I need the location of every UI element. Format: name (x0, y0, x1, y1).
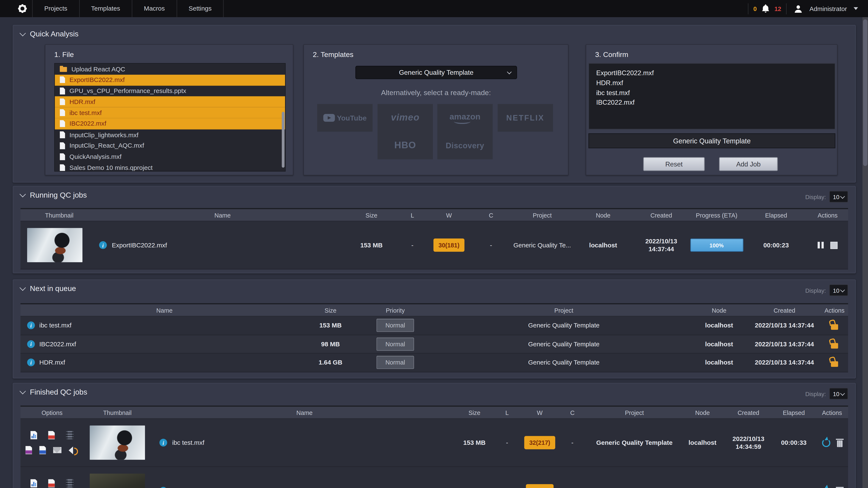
file-icon (60, 142, 65, 149)
chevron-down-icon[interactable] (854, 7, 858, 12)
file-list-scrollbar[interactable] (282, 112, 285, 168)
youtube-play-icon (323, 114, 335, 122)
delete-icon[interactable] (837, 440, 842, 447)
chevron-down-icon (840, 391, 845, 395)
info-icon[interactable] (159, 487, 167, 488)
info-icon[interactable] (27, 359, 35, 366)
file-name: InputClip_lightworks.mxf (69, 132, 138, 138)
confirm-template-bar: Generic Quality Template (588, 133, 835, 149)
file-list-item[interactable]: ibc test.mxf (55, 107, 285, 119)
display-count-select[interactable]: 10 (829, 191, 848, 202)
reset-button[interactable]: Reset (643, 157, 705, 171)
file-list-item[interactable]: ExportIBC2022.mxf (55, 74, 285, 86)
file-list-item[interactable]: QuickAnalysis.mxf (55, 151, 285, 162)
file-list-item[interactable]: Upload React AQC (55, 64, 285, 74)
nav-templates[interactable]: Templates (80, 0, 132, 17)
progress-bar: 100% (690, 238, 743, 252)
doc-report-icon[interactable] (39, 446, 46, 454)
queue-row: HDR.mxf 1.64 GB Normal Generic Quality T… (21, 354, 848, 372)
running-jobs-header[interactable]: Running QC jobs (21, 191, 87, 199)
file-list-item[interactable]: InputClip_lightworks.mxf (55, 129, 285, 140)
nav-projects[interactable]: Projects (33, 0, 79, 17)
file-list-item[interactable]: HDR.mxf (55, 97, 285, 107)
running-jobs-section: Running QC jobs Display: 10 ThumbnailNam… (13, 186, 856, 273)
info-icon[interactable] (27, 322, 35, 329)
xml-report-icon[interactable] (25, 446, 32, 454)
queue-header[interactable]: Next in queue (21, 285, 76, 293)
job-thumbnail[interactable] (90, 474, 145, 488)
collapse-chevron-icon[interactable] (20, 388, 26, 394)
collapse-chevron-icon[interactable] (20, 191, 26, 197)
report-document-icon[interactable] (31, 431, 37, 439)
info-icon[interactable] (159, 439, 167, 447)
file-icon (60, 109, 65, 116)
template-select[interactable]: Generic Quality Template (355, 66, 517, 79)
collapse-chevron-icon[interactable] (20, 285, 26, 291)
video-proxy-icon[interactable] (66, 431, 74, 439)
report-document-icon[interactable] (31, 479, 37, 487)
unlock-icon[interactable] (831, 361, 838, 367)
nav-settings[interactable]: Settings (177, 0, 223, 17)
display-count-select[interactable]: 10 (829, 285, 848, 296)
audio-icon[interactable] (69, 446, 79, 454)
warning-count-badge[interactable]: 32(217) (524, 436, 555, 449)
chevron-down-icon (840, 287, 845, 292)
nav-macros[interactable]: Macros (132, 0, 176, 17)
brand-vimeo[interactable]: vimeo (378, 104, 433, 132)
file-name: Upload React AQC (71, 66, 125, 72)
job-name: ibc test.mxf (172, 439, 204, 446)
brand-amazon[interactable]: amazon (437, 104, 493, 132)
display-count-select[interactable]: 10 (829, 388, 848, 399)
job-created: 2022/10/1314:34:59 (724, 435, 772, 450)
job-size: 1.64 GB (308, 359, 352, 366)
file-list-item[interactable]: IBC2022.mxf (55, 119, 285, 129)
rerun-icon[interactable] (822, 438, 830, 447)
video-proxy-icon[interactable] (66, 479, 74, 487)
pdf-report-icon[interactable] (48, 479, 55, 487)
brand-netflix[interactable]: NETFLIX (498, 104, 553, 132)
info-icon[interactable] (99, 241, 107, 249)
info-icon[interactable] (27, 340, 35, 348)
job-thumbnail[interactable] (27, 228, 83, 262)
unlock-icon[interactable] (831, 324, 838, 330)
bell-icon[interactable] (762, 4, 770, 13)
stop-button[interactable] (830, 241, 837, 249)
finished-jobs-header[interactable]: Finished QC jobs (21, 388, 87, 396)
job-thumbnail[interactable] (90, 425, 145, 460)
add-job-button[interactable]: Add Job (719, 157, 778, 171)
finished-job-row: IBC2022.mxf 98 MB - 10(45) - Generic Qua… (21, 467, 848, 488)
collapse-chevron-icon[interactable] (20, 30, 26, 36)
file-name: HDR.mxf (69, 98, 95, 105)
file-list-item[interactable]: InputClip_React_AQC.mxf (55, 140, 285, 151)
file-list-item[interactable]: GPU_vs_CPU_Performance_results.pptx (55, 86, 285, 97)
scrollbar-thumb[interactable] (863, 19, 867, 166)
rerun-icon[interactable] (822, 487, 830, 488)
job-node: localhost (571, 242, 635, 249)
unlock-icon[interactable] (831, 343, 838, 349)
queue-table-header: NameSize PriorityProject NodeCreated Act… (21, 303, 848, 317)
user-menu[interactable]: Administrator (809, 5, 847, 12)
warning-count-badge: 0 (753, 5, 757, 12)
priority-button[interactable]: Normal (377, 356, 414, 369)
confirm-file: ibc test.mxf (596, 88, 828, 98)
pdf-report-icon[interactable] (48, 431, 55, 439)
file-name: InputClip_React_AQC.mxf (69, 142, 144, 149)
warning-count-badge[interactable]: 30(181) (433, 238, 464, 252)
quick-analysis-header[interactable]: Quick Analysis (21, 30, 79, 38)
brand-youtube[interactable]: YouTube (317, 104, 373, 132)
priority-button[interactable]: Normal (377, 319, 414, 332)
templates-card-title: 2. Templates (313, 51, 353, 59)
job-project: Generic Quality Template (438, 340, 690, 347)
ready-made-label: Alternatively, select a ready-made: (304, 89, 568, 97)
section-title: Quick Analysis (30, 30, 79, 38)
pause-button[interactable] (818, 242, 824, 249)
brand-discovery[interactable]: Discovery (437, 132, 493, 160)
page-scrollbar[interactable] (863, 17, 868, 488)
warning-count-badge[interactable]: 10(45) (526, 484, 554, 488)
queue-section: Next in queue Display: 10 NameSize Prior… (13, 280, 856, 379)
brand-hbo[interactable]: HBO (378, 132, 433, 160)
email-icon[interactable] (53, 447, 61, 453)
file-list-item[interactable]: Sales Demo 10 mins.qproject (55, 162, 285, 171)
priority-button[interactable]: Normal (377, 337, 414, 351)
app-logo-icon[interactable] (12, 3, 32, 14)
